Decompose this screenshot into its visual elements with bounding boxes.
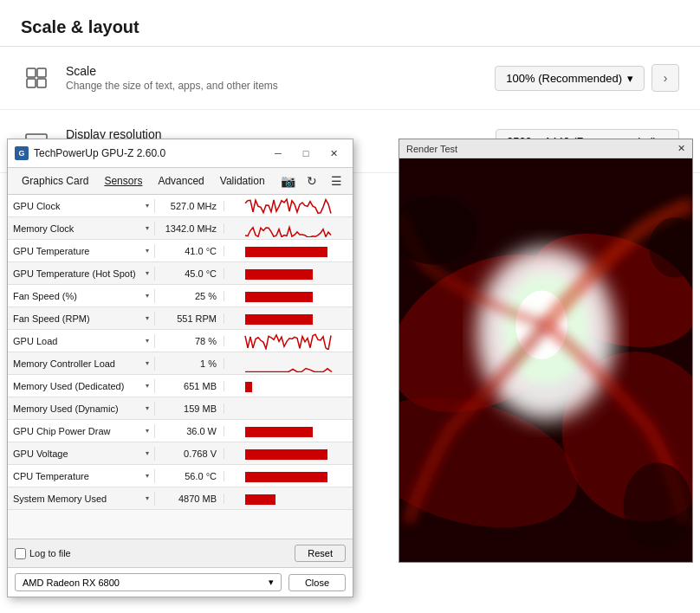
scale-chevron-right[interactable]: ›	[651, 64, 679, 92]
svg-rect-8	[245, 269, 313, 280]
table-row: Memory Controller Load▾1 %	[8, 352, 353, 375]
svg-rect-13	[245, 449, 327, 460]
sensor-value: 56.0 °C	[155, 471, 224, 481]
sensor-label-text: Fan Speed (%)	[13, 291, 140, 301]
sensor-label-text: GPU Load	[13, 336, 140, 346]
svg-rect-7	[245, 247, 327, 257]
sensor-value: 4870 MB	[155, 494, 224, 504]
sensor-graph	[224, 285, 353, 306]
sensor-dropdown-arrow[interactable]: ▾	[140, 402, 154, 416]
sensor-dropdown-arrow[interactable]: ▾	[140, 492, 154, 506]
table-row: System Memory Used▾4870 MB	[8, 487, 353, 510]
table-row: Memory Used (Dedicated)▾651 MB	[8, 375, 353, 397]
sensor-value: 1342.0 MHz	[155, 223, 224, 234]
sensor-dropdown-arrow[interactable]: ▾	[140, 379, 154, 393]
gpuz-menu-icons: 📷 ↻ ☰	[278, 171, 346, 190]
sensor-dropdown-arrow[interactable]: ▾	[140, 469, 154, 483]
scale-icon	[21, 62, 52, 94]
render-svg	[399, 158, 692, 560]
table-row: GPU Chip Power Draw▾36.0 W	[8, 420, 353, 442]
gpuz-icon: G	[15, 146, 29, 160]
sensor-dropdown-arrow[interactable]: ▾	[140, 244, 154, 258]
sensor-label-text: Fan Speed (RPM)	[13, 313, 140, 324]
scale-title: Scale	[66, 64, 495, 78]
chevron-down-icon: ▾	[269, 577, 274, 588]
sensor-label-text: CPU Temperature	[13, 471, 140, 481]
sensor-graph	[224, 330, 353, 352]
close-button[interactable]: ✕	[321, 145, 346, 162]
scale-section: Scale Change the size of text, apps, and…	[0, 47, 700, 110]
svg-rect-12	[245, 427, 313, 437]
table-row: Fan Speed (RPM)▾551 RPM	[8, 307, 353, 330]
sensor-graph	[224, 195, 353, 216]
gpu-select[interactable]: AMD Radeon RX 6800 ▾	[15, 573, 282, 591]
scale-desc: Change the size of text, apps, and other…	[66, 80, 495, 92]
scale-dropdown[interactable]: 100% (Recommended) ▾	[495, 66, 645, 91]
table-row: GPU Clock▾527.0 MHz	[8, 195, 353, 217]
sensor-graph	[224, 307, 353, 329]
sensor-dropdown-arrow[interactable]: ▾	[140, 424, 154, 438]
sensor-value: 25 %	[155, 291, 224, 301]
sensor-value: 651 MB	[155, 381, 224, 391]
sensor-dropdown-arrow[interactable]: ▾	[140, 199, 154, 213]
scale-value: 100% (Recommended)	[506, 72, 622, 85]
minimize-button[interactable]: ─	[266, 145, 290, 162]
settings-header: Scale & layout	[0, 0, 700, 47]
tab-graphics-card[interactable]: Graphics Card	[15, 172, 95, 190]
log-to-file-checkbox[interactable]	[15, 548, 26, 559]
sensor-graph	[224, 375, 353, 397]
tab-advanced[interactable]: Advanced	[151, 172, 211, 190]
sensor-value: 36.0 W	[155, 426, 224, 436]
chevron-down-icon: ▾	[627, 72, 633, 85]
gpuz-sensors-list: GPU Clock▾527.0 MHzMemory Clock▾1342.0 M…	[8, 195, 353, 539]
sensor-graph	[224, 420, 353, 442]
sensor-label-text: Memory Used (Dedicated)	[13, 381, 140, 391]
sensor-dropdown-arrow[interactable]: ▾	[140, 289, 154, 303]
tab-sensors[interactable]: Sensors	[97, 172, 149, 190]
settings-title: Scale & layout	[21, 17, 139, 36]
render-panel: Render Test ✕	[399, 139, 693, 563]
sensor-dropdown-arrow[interactable]: ▾	[140, 447, 154, 461]
log-to-file-label[interactable]: Log to file	[15, 548, 71, 559]
maximize-button[interactable]: □	[294, 145, 318, 162]
sensor-value: 551 RPM	[155, 313, 224, 324]
sensor-value: 527.0 MHz	[155, 201, 224, 211]
reset-button[interactable]: Reset	[295, 545, 346, 562]
sensor-value: 45.0 °C	[155, 268, 224, 279]
svg-rect-9	[245, 292, 313, 302]
render-test-title: Render Test	[406, 144, 457, 154]
gpu-name: AMD Radeon RX 6800	[23, 578, 120, 588]
sensor-label-text: GPU Voltage	[13, 448, 140, 459]
camera-icon[interactable]: 📷	[278, 171, 297, 190]
refresh-icon[interactable]: ↻	[302, 171, 321, 190]
table-row: GPU Temperature (Hot Spot)▾45.0 °C	[8, 262, 353, 285]
scale-control: 100% (Recommended) ▾ ›	[495, 64, 679, 92]
sensor-value: 1 %	[155, 358, 224, 369]
sensor-label-text: GPU Temperature (Hot Spot)	[13, 268, 140, 279]
sensor-label-text: Memory Clock	[13, 223, 140, 234]
sensor-graph	[224, 240, 353, 261]
gpuz-close-button[interactable]: Close	[288, 574, 346, 591]
sensor-dropdown-arrow[interactable]: ▾	[140, 334, 154, 348]
table-row: GPU Load▾78 %	[8, 330, 353, 352]
sensor-label-text: GPU Clock	[13, 201, 140, 211]
sensor-graph	[224, 352, 353, 374]
sensor-dropdown-arrow[interactable]: ▾	[140, 267, 154, 281]
menu-icon[interactable]: ☰	[327, 171, 346, 190]
svg-point-25	[623, 462, 692, 548]
render-close-icon[interactable]: ✕	[677, 143, 685, 154]
sensor-value: 159 MB	[155, 403, 224, 414]
sensor-dropdown-arrow[interactable]: ▾	[140, 222, 154, 236]
gpuz-title: TechPowerUp GPU-Z 2.60.0	[34, 147, 266, 159]
gpuz-window-controls: ─ □ ✕	[266, 145, 346, 162]
sensor-dropdown-arrow[interactable]: ▾	[140, 357, 154, 371]
gpuz-bottom-bar: Log to file Reset	[8, 539, 353, 567]
sensor-label-text: System Memory Used	[13, 494, 140, 504]
sensor-graph	[224, 442, 353, 464]
sensor-label-text: Memory Used (Dynamic)	[13, 403, 140, 414]
tab-validation[interactable]: Validation	[213, 172, 272, 190]
svg-rect-14	[245, 472, 327, 482]
sensor-label-text: GPU Temperature	[13, 246, 140, 256]
sensor-dropdown-arrow[interactable]: ▾	[140, 312, 154, 326]
svg-rect-1	[37, 68, 46, 77]
